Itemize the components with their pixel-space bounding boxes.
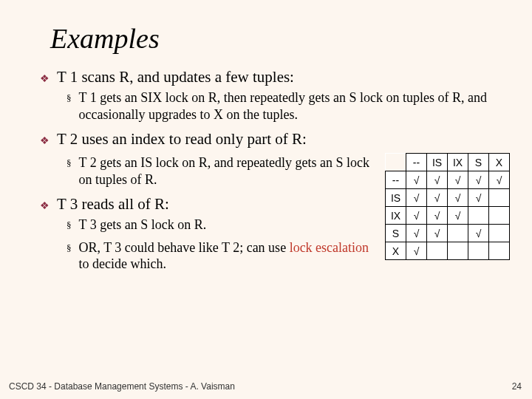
cell [468, 207, 489, 225]
table-row: IX √ √ √ [386, 207, 510, 225]
bullet-1: ❖ T 1 scans R, and updates a few tuples: [40, 68, 510, 86]
table-corner [386, 154, 406, 171]
slide-title: Examples [50, 22, 510, 55]
square-icon: § [66, 92, 72, 104]
cell: √ [448, 171, 468, 189]
diamond-icon: ❖ [40, 134, 50, 147]
diamond-icon: ❖ [40, 72, 50, 85]
cell: √ [427, 225, 448, 242]
cell [427, 242, 448, 260]
bullet-1-sub: § T 1 gets an SIX lock on R, then repeat… [66, 89, 488, 123]
cell [489, 225, 510, 242]
table-row: IS √ √ √ √ [386, 189, 510, 207]
cell [489, 242, 510, 260]
bullet-3: ❖ T 3 reads all of R: [40, 195, 382, 214]
diamond-icon: ❖ [40, 200, 50, 212]
table-row: -- √ √ √ √ √ [386, 171, 510, 189]
page-number: 24 [512, 381, 522, 392]
cell: √ [468, 189, 489, 207]
cell: √ [406, 225, 427, 242]
compatibility-matrix: -- IS IX S X -- √ √ √ √ √ IS √ √ √ √ [385, 153, 510, 260]
row-header: -- [386, 171, 406, 189]
lock-escalation-highlight: lock escalation [290, 240, 369, 255]
cell: √ [406, 207, 427, 225]
square-icon: § [66, 157, 72, 169]
bullet-2: ❖ T 2 uses an index to read only part of… [40, 130, 510, 149]
bullet-1-sub-text: T 1 gets an SIX lock on R, then repeated… [79, 89, 488, 123]
cell: √ [406, 242, 427, 260]
cell [489, 207, 510, 225]
cell: √ [448, 207, 468, 225]
cell: √ [427, 189, 448, 207]
row-header: S [386, 225, 406, 242]
cell [468, 242, 489, 260]
table-row: X √ [386, 242, 510, 260]
col-header: X [489, 154, 510, 171]
cell: √ [406, 171, 427, 189]
sub2-part-a: OR, T 3 could behave like T 2; can use [79, 240, 290, 255]
cell [448, 225, 468, 242]
cell [448, 242, 468, 260]
bullet-3-text: T 3 reads all of R: [57, 195, 169, 214]
cell: √ [427, 171, 448, 189]
col-header: IX [448, 154, 468, 171]
table-row: S √ √ √ [386, 225, 510, 242]
col-header: S [468, 154, 489, 171]
bullet-3-sub2-text: OR, T 3 could behave like T 2; can use l… [79, 239, 375, 273]
footer-left: CSCD 34 - Database Management Systems - … [9, 381, 235, 392]
bullet-1-text: T 1 scans R, and updates a few tuples: [57, 68, 294, 86]
bullet-3-sub2: § OR, T 3 could behave like T 2; can use… [66, 239, 375, 273]
cell: √ [427, 207, 448, 225]
bullet-2-text: T 2 uses an index to read only part of R… [57, 130, 307, 149]
sub2-part-b: to decide which. [79, 256, 166, 271]
row-header: X [386, 242, 406, 260]
bullet-2-sub: § T 2 gets an IS lock on R, and repeated… [66, 154, 375, 188]
cell [489, 189, 510, 207]
bullet-3-sub1-text: T 3 gets an S lock on R. [79, 216, 207, 233]
table-header-row: -- IS IX S X [386, 154, 510, 171]
cell: √ [489, 171, 510, 189]
bullet-2-sub-text: T 2 gets an IS lock on R, and repeatedly… [79, 154, 375, 188]
cell: √ [468, 171, 489, 189]
col-header: -- [406, 154, 427, 171]
square-icon: § [66, 219, 72, 231]
cell: √ [406, 189, 427, 207]
row-header: IX [386, 207, 406, 225]
cell: √ [468, 225, 489, 242]
square-icon: § [66, 242, 72, 254]
col-header: IS [427, 154, 448, 171]
row-header: IS [386, 189, 406, 207]
cell: √ [448, 189, 468, 207]
bullet-3-sub1: § T 3 gets an S lock on R. [66, 216, 375, 233]
